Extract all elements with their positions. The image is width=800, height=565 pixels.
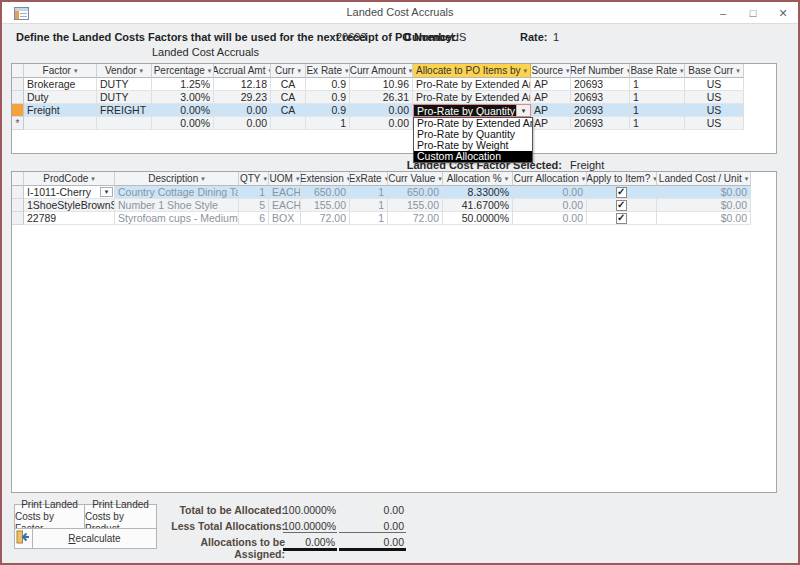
dropdown-option[interactable]: Pro-Rate by Quantity [414,129,532,140]
cell-factor[interactable] [24,117,97,130]
cell-base-curr[interactable]: US [685,117,744,130]
cell-curr-allocation[interactable]: 0.00 [513,199,587,212]
col-header-exrate[interactable]: ExRate [350,172,388,186]
col-header-uom[interactable]: UOM [269,172,301,186]
col-header-curr-value[interactable]: Curr Value [388,172,443,186]
cell-curr-amount[interactable]: 10.96 [350,78,413,91]
col-header-curr-amount[interactable]: Curr Amount [350,64,413,78]
cell-base-curr[interactable]: US [685,104,744,117]
select-all-corner[interactable] [12,64,24,78]
col-header-allocate-by[interactable]: Allocate to PO Items by [413,64,531,78]
cell-ex-rate[interactable]: 0.9 [306,78,350,91]
cell-base-rate[interactable]: 1 [630,91,685,104]
select-all-corner[interactable] [12,172,24,186]
cell-curr-value[interactable]: 650.00 [388,186,443,199]
col-header-qty[interactable]: QTY [239,172,269,186]
cell-qty[interactable]: 6 [239,212,269,225]
apply-to-item-checkbox[interactable] [616,213,627,224]
cell-factor[interactable]: Freight [24,104,97,117]
cell-allocation-pct[interactable]: 41.6700% [443,199,513,212]
cell-ex-rate[interactable]: 0.9 [306,91,350,104]
cell-curr[interactable]: CA [271,78,306,91]
cell-description[interactable]: Number 1 Shoe Style [115,199,239,212]
cell-prodcode[interactable]: 22789 [24,212,115,225]
record-selector[interactable] [12,78,24,91]
cell-allocation-pct[interactable]: 8.3300% [443,186,513,199]
new-record-selector[interactable]: * [12,117,24,130]
col-header-prodcode[interactable]: ProdCode [24,172,115,186]
cell-qty[interactable]: 1 [239,186,269,199]
cell-factor[interactable]: Duty [24,91,97,104]
cell-vendor[interactable]: DUTY [97,78,152,91]
cell-base-rate[interactable]: 1 [630,117,685,130]
cell-allocate-by[interactable]: Pro-Rate by Extended Amount [413,78,531,91]
cell-base-curr[interactable]: US [685,91,744,104]
record-selector[interactable] [12,186,24,199]
cell-uom[interactable]: BOX [269,212,301,225]
cell-source[interactable]: AP [531,91,571,104]
cell-extension[interactable]: 650.00 [301,186,350,199]
minimize-button[interactable]: – [716,7,730,19]
cell-curr-amount[interactable]: 0.00 [350,104,413,117]
cell-extension[interactable]: 72.00 [301,212,350,225]
cell-percentage[interactable]: 3.00% [152,91,214,104]
prodcode-dropdown-button[interactable]: ▾ [100,187,113,197]
col-header-ref-number[interactable]: Ref Number [571,64,630,78]
record-selector[interactable] [12,212,24,225]
cell-ref-number[interactable]: 20693 [571,117,630,130]
cell-source[interactable]: AP [531,78,571,91]
col-header-description[interactable]: Description [115,172,239,186]
col-header-base-curr[interactable]: Base Curr [685,64,744,78]
cell-percentage[interactable]: 0.00% [152,117,214,130]
record-selector[interactable] [12,91,24,104]
cell-accrual-amt[interactable]: 29.23 [214,91,271,104]
dropdown-option-highlighted[interactable]: Custom Allocation [414,151,532,162]
col-header-base-rate[interactable]: Base Rate [630,64,685,78]
apply-to-item-checkbox[interactable] [616,200,627,211]
col-header-extension[interactable]: Extension [301,172,350,186]
cell-percentage[interactable]: 1.25% [152,78,214,91]
cell-description[interactable]: Styrofoam cups - Medium [115,212,239,225]
dropdown-option[interactable]: Pro-Rate by Weight [414,140,532,151]
maximize-button[interactable]: □ [746,7,760,19]
cell-curr[interactable] [271,117,306,130]
cell-landed-cost-unit[interactable]: $0.00 [657,186,751,199]
cell-accrual-amt[interactable]: 0.00 [214,104,271,117]
combobox-dropdown-button[interactable]: ▾ [516,105,530,116]
print-costs-by-factor-button[interactable]: Print Landed Costs by Factor [14,504,85,529]
cell-exrate[interactable]: 1 [350,212,388,225]
cell-curr-value[interactable]: 155.00 [388,199,443,212]
cell-exrate[interactable]: 1 [350,199,388,212]
dropdown-option[interactable]: Pro-Rate by Extended Amount [414,118,532,129]
cell-prodcode[interactable]: 1ShoeStyleBrownS [24,199,115,212]
cell-curr[interactable]: CA [271,104,306,117]
cell-curr[interactable]: CA [271,91,306,104]
recalculate-button[interactable]: Recalculate [32,528,157,549]
cell-curr-allocation[interactable]: 0.00 [513,212,587,225]
cell-curr-value[interactable]: 72.00 [388,212,443,225]
cell-allocation-pct[interactable]: 50.0000% [443,212,513,225]
col-header-percentage[interactable]: Percentage [152,64,214,78]
cell-ex-rate[interactable]: 1 [306,117,350,130]
col-header-curr[interactable]: Curr [271,64,306,78]
cell-exrate[interactable]: 1 [350,186,388,199]
prodcode-combobox[interactable]: I-1011-Cherry ▾ [24,186,115,199]
cell-description[interactable]: Country Cottage Dining Table [115,186,239,199]
cell-ref-number[interactable]: 20693 [571,104,630,117]
cell-curr-amount[interactable]: 0.00 [350,117,413,130]
current-record-selector[interactable] [12,104,24,117]
col-header-landed-cost-unit[interactable]: Landed Cost / Unit [657,172,751,186]
cell-accrual-amt[interactable]: 12.18 [214,78,271,91]
col-header-apply-to-item[interactable]: Apply to Item? [587,172,657,186]
cell-extension[interactable]: 155.00 [301,199,350,212]
cell-vendor[interactable] [97,117,152,130]
cell-ref-number[interactable]: 20693 [571,91,630,104]
cell-base-rate[interactable]: 1 [630,78,685,91]
cell-base-curr[interactable]: US [685,78,744,91]
print-costs-by-product-button[interactable]: Print Landed Costs by Product [84,504,157,529]
record-selector[interactable] [12,199,24,212]
cell-source[interactable]: AP [531,117,571,130]
col-header-curr-allocation[interactable]: Curr Allocation [513,172,587,186]
col-header-source[interactable]: Source [531,64,571,78]
col-header-accrual-amt[interactable]: Accrual Amt [214,64,271,78]
